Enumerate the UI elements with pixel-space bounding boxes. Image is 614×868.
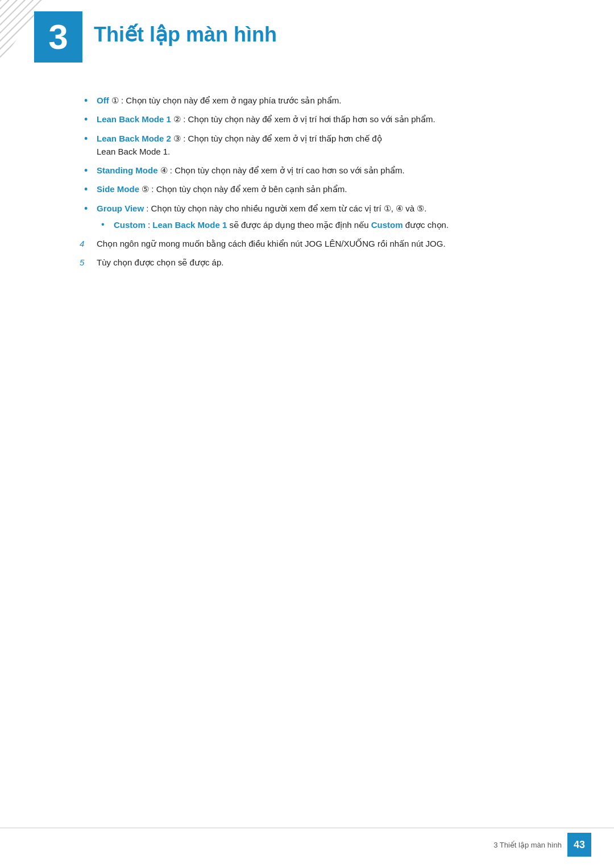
sub-item-text2: sẽ được áp dụng theo mặc định nếu [229, 220, 371, 230]
list-item: Group View : Chọn tùy chọn này cho nhiều… [80, 202, 580, 232]
item-text: : Chọn tùy chọn này để xem ở ngay phía t… [121, 95, 341, 105]
item-bold: Standing Mode [97, 165, 158, 175]
list-item: Lean Back Mode 1 ② : Chọn tùy chọn này đ… [80, 113, 580, 126]
item-bold: Side Mode [97, 184, 139, 194]
bullet-list: Off ① : Chọn tùy chọn này để xem ở ngay … [80, 94, 580, 231]
item-text: : Chọn tùy chọn này cho nhiều người xem … [146, 203, 426, 213]
item-text-cont: Lean Back Mode 1. [97, 147, 170, 156]
item-circle: ① [111, 95, 119, 105]
step-item-4: 4 Chọn ngôn ngữ mong muốn bằng cách điều… [80, 237, 580, 250]
sub-list-item: Custom : Lean Back Mode 1 sẽ được áp dụn… [97, 218, 580, 231]
item-bold: Off [97, 95, 109, 105]
list-item: Off ① : Chọn tùy chọn này để xem ở ngay … [80, 94, 580, 107]
list-item: Standing Mode ④ : Chọn tùy chọn này để x… [80, 164, 580, 177]
sub-bullet-list: Custom : Lean Back Mode 1 sẽ được áp dụn… [97, 218, 580, 231]
content-area: Off ① : Chọn tùy chọn này để xem ở ngay … [80, 82, 580, 823]
step-item-5: 5 Tùy chọn được chọn sẽ được áp. [80, 256, 580, 269]
item-text: : Chọn tùy chọn này để xem ở vị trí thấp… [183, 134, 381, 143]
footer-right: 3 Thiết lập màn hình 43 [493, 833, 591, 857]
sub-item-bold2: Lean Back Mode 1 [152, 220, 227, 230]
numbered-steps: 4 Chọn ngôn ngữ mong muốn bằng cách điều… [80, 237, 580, 269]
chapter-number-block: 3 [34, 11, 82, 63]
step-number: 4 [80, 237, 84, 250]
item-circle: ③ [173, 134, 181, 143]
list-item: Side Mode ⑤ : Chọn tùy chọn này để xem ở… [80, 182, 580, 196]
item-circle: ④ [160, 165, 168, 175]
item-text: : Chọn tùy chọn này để xem ở bên cạnh sả… [151, 184, 347, 194]
item-text: : Chọn tùy chọn này để xem ở vị trí hơi … [183, 114, 435, 124]
step-text: Chọn ngôn ngữ mong muốn bằng cách điều k… [97, 239, 446, 248]
list-item: Lean Back Mode 2 ③ : Chọn tùy chọn này đ… [80, 132, 580, 159]
sub-item-text3: được chọn. [405, 220, 449, 230]
footer-chapter-text: 3 Thiết lập màn hình [493, 841, 562, 849]
item-text: : Chọn tùy chọn này để xem ở vị trí cao … [170, 165, 405, 175]
chapter-header: 3 Thiết lập màn hình [0, 6, 614, 68]
chapter-number: 3 [48, 19, 68, 55]
page-container: 3 Thiết lập màn hình Off ① : Chọn tùy ch… [0, 0, 614, 868]
step-text: Tùy chọn được chọn sẽ được áp. [97, 258, 223, 267]
item-circle: ② [173, 114, 181, 124]
chapter-title: Thiết lập màn hình [94, 23, 277, 47]
footer: 3 Thiết lập màn hình 43 [0, 828, 614, 857]
footer-page-number: 43 [567, 833, 591, 857]
item-bold: Lean Back Mode 1 [97, 114, 171, 124]
item-circle: ⑤ [142, 184, 149, 194]
sub-item-bold: Custom [114, 220, 146, 230]
step-number: 5 [80, 256, 84, 269]
item-bold: Lean Back Mode 2 [97, 134, 171, 143]
item-bold: Group View [97, 203, 144, 213]
sub-item-bold3: Custom [371, 220, 403, 230]
